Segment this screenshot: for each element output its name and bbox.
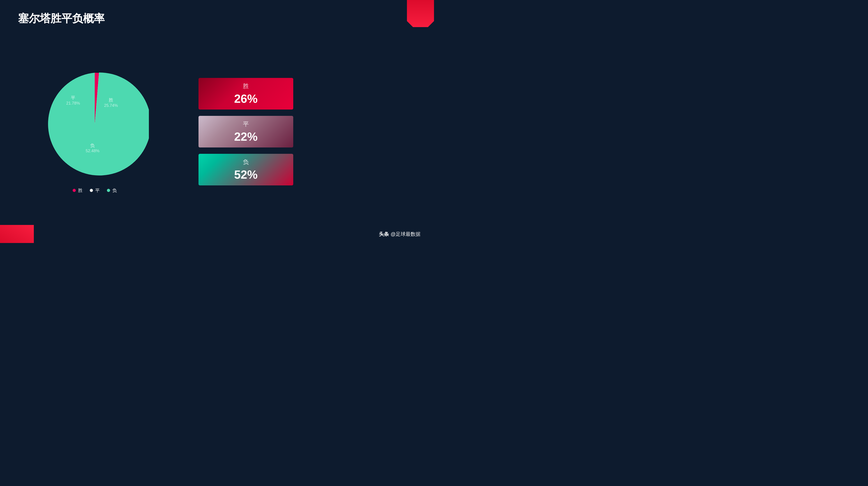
- legend-dot-win: [73, 189, 76, 192]
- stats-area: 胜 26% 平 22% 负 52%: [172, 78, 416, 185]
- chart-legend: 胜 平 负: [73, 188, 117, 194]
- legend-item-draw: 平: [90, 188, 100, 194]
- stat-card-draw: 平 22%: [198, 116, 293, 147]
- watermark-handle: @足球最数据: [391, 231, 421, 237]
- stat-value-draw: 22%: [234, 130, 257, 143]
- stat-card-loss: 负 52%: [198, 154, 293, 185]
- pie-chart: 胜25.74% 平21.78% 负52.48%: [40, 70, 149, 178]
- watermark-brand: 头条: [379, 231, 389, 237]
- legend-label-draw: 平: [95, 188, 100, 194]
- stat-card-win: 胜 26%: [198, 78, 293, 110]
- main-content: 胜25.74% 平21.78% 负52.48% 胜 平: [0, 34, 434, 229]
- stat-value-loss: 52%: [234, 168, 257, 181]
- legend-label-win: 胜: [78, 188, 83, 194]
- stat-label-win: 胜: [243, 82, 249, 90]
- legend-dot-draw: [90, 189, 93, 192]
- stat-label-draw: 平: [243, 120, 249, 128]
- legend-item-loss: 负: [107, 188, 117, 194]
- page-title: 塞尔塔胜平负概率: [18, 11, 105, 26]
- chart-area: 胜25.74% 平21.78% 负52.48% 胜 平: [18, 70, 172, 194]
- legend-label-loss: 负: [112, 188, 117, 194]
- legend-dot-loss: [107, 189, 110, 192]
- stat-label-loss: 负: [243, 158, 249, 166]
- legend-item-win: 胜: [73, 188, 83, 194]
- watermark: 头条 @足球最数据: [379, 231, 421, 237]
- corner-decoration-top-right: [407, 0, 434, 27]
- stat-value-win: 26%: [234, 92, 257, 106]
